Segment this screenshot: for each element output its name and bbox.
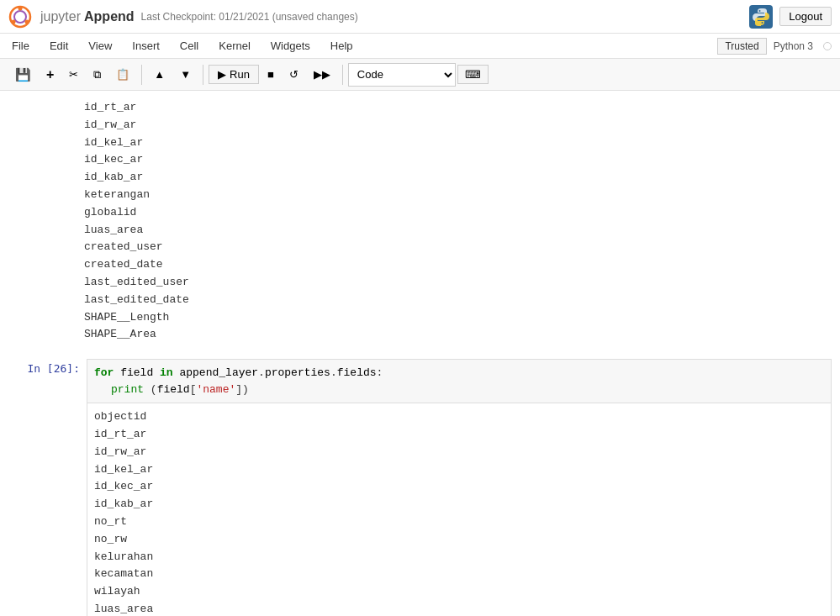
run-icon: ▶: [218, 68, 226, 81]
cell-26: In [26]: for field in append_layer.prope…: [0, 355, 840, 616]
menu-insert[interactable]: Insert: [129, 38, 163, 54]
prompt-26: In [26]:: [3, 355, 87, 616]
menu-edit[interactable]: Edit: [46, 38, 71, 54]
trusted-badge[interactable]: Trusted: [717, 38, 766, 55]
out-26-2: id_rt_ar: [94, 426, 824, 444]
menu-widgets[interactable]: Widgets: [267, 38, 314, 54]
out-26-8: no_rw: [94, 531, 824, 549]
arrow-up-icon: ▲: [154, 68, 165, 81]
checkpoint-info: Last Checkpoint: 01/21/2021 (unsaved cha…: [141, 11, 358, 23]
output-line-7: globalid: [84, 204, 189, 222]
cut-button[interactable]: ✂: [62, 65, 85, 84]
add-cell-button[interactable]: +: [40, 64, 61, 86]
menu-view[interactable]: View: [85, 38, 115, 54]
cell-26-output: objectid id_rt_ar id_rw_ar id_kel_ar id_…: [87, 403, 832, 616]
top-bar-right: Logout: [749, 5, 832, 29]
code-line-26-1: for field in append_layer.properties.fie…: [94, 365, 824, 382]
move-down-button[interactable]: ▼: [173, 65, 198, 84]
menu-bar: File Edit View Insert Cell Kernel Widget…: [0, 34, 840, 59]
out-26-11: wilayah: [94, 583, 824, 601]
notebook-title: Append: [84, 9, 135, 24]
output-line-6: keterangan: [84, 187, 189, 204]
output-line-12: last_edited_date: [84, 292, 189, 309]
output-area-top: id_rt_ar id_rw_ar id_kel_ar id_kec_ar id…: [0, 91, 840, 349]
menu-cell[interactable]: Cell: [177, 38, 202, 54]
toolbar-separator-3: [342, 65, 343, 85]
empty-prompt-top: [0, 94, 84, 349]
output-line-11: last_edited_user: [84, 274, 189, 292]
menu-bar-right: Trusted Python 3: [717, 38, 832, 55]
toolbar: 💾 + ✂ ⧉ 📋 ▲ ▼ ▶ Run ■ ↺ ▶▶ Code Markdown…: [0, 59, 840, 91]
run-label: Run: [230, 68, 250, 81]
paste-icon: 📋: [116, 68, 129, 81]
plus-icon: +: [46, 67, 54, 82]
copy-icon: ⧉: [93, 68, 101, 82]
run-button[interactable]: ▶ Run: [209, 65, 259, 84]
stop-icon: ■: [267, 68, 274, 81]
output-line-2: id_rw_ar: [84, 117, 189, 134]
kernel-status-circle: [823, 42, 832, 50]
out-26-7: no_rt: [94, 513, 824, 531]
output-line-10: created_date: [84, 256, 189, 274]
kernel-info: Python 3: [774, 40, 813, 52]
output-line-3: id_kel_ar: [84, 134, 189, 152]
out-26-5: id_kec_ar: [94, 478, 824, 496]
cell-type-select[interactable]: Code Markdown Raw NBConvert: [348, 63, 456, 87]
svg-point-1: [14, 11, 26, 23]
svg-point-3: [25, 19, 29, 24]
out-26-10: kecamatan: [94, 566, 824, 583]
keyboard-shortcuts-button[interactable]: ⌨: [457, 65, 489, 84]
app-name: jupyter: [40, 9, 81, 24]
out-26-3: id_rw_ar: [94, 444, 824, 461]
save-icon: 💾: [15, 67, 31, 82]
out-26-6: id_kab_ar: [94, 496, 824, 513]
fast-forward-icon: ▶▶: [314, 68, 330, 81]
move-up-button[interactable]: ▲: [147, 65, 172, 84]
toolbar-separator-1: [141, 65, 142, 85]
out-26-4: id_kel_ar: [94, 461, 824, 479]
svg-point-4: [12, 19, 16, 24]
toolbar-separator-2: [203, 65, 203, 85]
output-line-5: id_kab_ar: [84, 169, 189, 187]
save-button[interactable]: 💾: [8, 64, 38, 86]
out-26-9: kelurahan: [94, 549, 824, 566]
output-line-8: luas_area: [84, 222, 189, 240]
cell-26-input[interactable]: for field in append_layer.properties.fie…: [87, 359, 832, 403]
top-bar: jupyter Append Last Checkpoint: 01/21/20…: [0, 0, 840, 34]
python-icon: [749, 5, 773, 29]
cut-icon: ✂: [69, 68, 78, 81]
fast-forward-button[interactable]: ▶▶: [307, 65, 337, 84]
menu-help[interactable]: Help: [327, 38, 357, 54]
menu-kernel[interactable]: Kernel: [215, 38, 254, 54]
jupyter-logo-icon: [8, 5, 32, 29]
restart-button[interactable]: ↺: [283, 65, 305, 84]
cell-26-container: for field in append_layer.properties.fie…: [87, 359, 832, 616]
notebook-content: id_rt_ar id_rw_ar id_kel_ar id_kec_ar id…: [0, 91, 840, 616]
restart-icon: ↺: [289, 68, 298, 81]
output-line-1: id_rt_ar: [84, 99, 189, 117]
arrow-down-icon: ▼: [180, 68, 191, 81]
output-line-13: SHAPE__Length: [84, 309, 189, 327]
jupyter-logo: [8, 5, 32, 29]
out-26-12: luas_area: [94, 601, 824, 616]
output-line-14: SHAPE__Area: [84, 326, 189, 344]
out-26-1: objectid: [94, 408, 824, 426]
output-line-4: id_kec_ar: [84, 151, 189, 169]
paste-button[interactable]: 📋: [109, 65, 136, 84]
output-text-top: id_rt_ar id_rw_ar id_kel_ar id_kec_ar id…: [84, 94, 198, 349]
keyboard-icon: ⌨: [465, 68, 481, 81]
code-line-26-2: print (field['name']): [94, 382, 824, 398]
menu-file[interactable]: File: [8, 38, 33, 54]
logout-button[interactable]: Logout: [779, 7, 832, 26]
svg-point-2: [18, 6, 23, 10]
stop-button[interactable]: ■: [261, 65, 281, 84]
output-line-9: created_user: [84, 239, 189, 256]
copy-button[interactable]: ⧉: [87, 65, 108, 85]
